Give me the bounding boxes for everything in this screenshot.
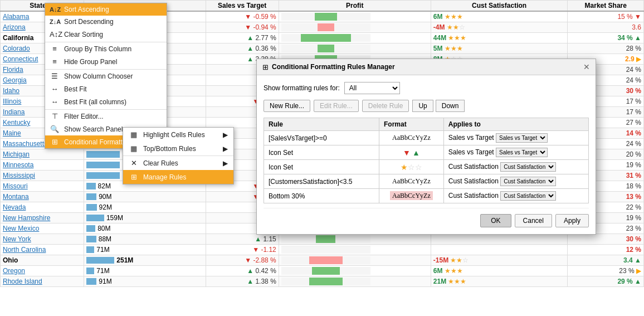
- rules-scroll-area[interactable]: Rule Format Applies to [SalesVsTarget]>=…: [264, 118, 589, 203]
- cf-dialog: ⊞ Conditional Formatting Rules Manager ✕…: [256, 59, 596, 235]
- dialog-title-bar: ⊞ Conditional Formatting Rules Manager ✕: [257, 59, 596, 75]
- hide-group-icon: ≡: [50, 57, 60, 66]
- rule-row[interactable]: Icon Set▼ ▲Sales vs Target Sales vs Targ…: [264, 145, 589, 160]
- col-profit-label: Profit: [346, 2, 363, 9]
- menu-show-chooser[interactable]: ☰ Show Column Chooser: [45, 69, 167, 82]
- rule-row[interactable]: Bottom 30%AaBbCcYyZzCust Satisfaction Cu…: [264, 189, 589, 203]
- new-rule-button[interactable]: New Rule...: [264, 100, 310, 112]
- svt-cell: ▼ -0.59 %: [206, 11, 279, 22]
- state-cell[interactable]: Missouri: [1, 181, 84, 192]
- dialog-footer: OK Cancel Apply: [264, 208, 589, 227]
- table-row: Ohio251M▼ -2.88 %-15M ★★☆3.4 ▲: [1, 255, 644, 266]
- menu-sort-asc-label: Sort Ascending: [64, 6, 109, 13]
- highlight-icon: ▦: [129, 130, 139, 139]
- rule-row[interactable]: Icon Set★☆☆Cust Satisfaction Cust Satisf…: [264, 160, 589, 174]
- svt-cell: ▲ 2.77 %: [206, 33, 279, 43]
- menu-clear-sort[interactable]: A↕Z Clear Sorting: [45, 28, 167, 41]
- applies-select[interactable]: Cust Satisfaction: [500, 177, 556, 186]
- sales-cell: 159M: [84, 213, 206, 223]
- rule-row[interactable]: [SalesVsTarget]>=0AaBbCcYyZzSales vs Tar…: [264, 131, 589, 145]
- menu-show-search-label: Show Search Panel: [64, 125, 123, 133]
- cond-format-icon: ⊞: [50, 138, 60, 146]
- submenu-clear-rules-label: Clear Rules: [143, 159, 178, 167]
- show-rules-row: Show formatting rules for: All: [264, 82, 589, 94]
- col-state-label: State: [30, 2, 46, 9]
- show-search-icon: 🔍: [50, 125, 60, 133]
- svt-cell: ▲ 1.15: [206, 234, 279, 245]
- state-cell[interactable]: New York: [1, 234, 84, 245]
- profit-cell: [279, 255, 431, 266]
- rule-format-cell: AaBbCcYyZz: [379, 131, 444, 145]
- delete-rule-button[interactable]: Delete Rule: [362, 100, 409, 112]
- col-header-mshare[interactable]: Market Share: [568, 1, 644, 12]
- edit-rule-button[interactable]: Edit Rule...: [314, 100, 359, 112]
- applies-select[interactable]: Cust Satisfaction: [500, 191, 556, 201]
- down-button[interactable]: Down: [436, 100, 465, 112]
- main-container: State ▲ Sales Sales vs Target Profit Cus…: [0, 0, 644, 316]
- mshare-cell: 15 % ▼: [568, 11, 644, 22]
- rule-name-cell: Icon Set: [264, 145, 379, 160]
- rule-format-cell: AaBbCcYyZz: [379, 174, 444, 189]
- submenu-highlight[interactable]: ▦ Highlight Cells Rules ▶: [123, 128, 233, 142]
- menu-hide-group[interactable]: ≡ Hide Group Panel: [45, 55, 167, 68]
- applies-select[interactable]: Sales vs Target: [496, 148, 548, 157]
- sales-cell: 88M: [84, 234, 206, 245]
- state-cell[interactable]: North Carolina: [1, 245, 84, 255]
- rule-applies-cell: Sales vs Target Sales vs Target: [443, 131, 588, 145]
- show-rules-select[interactable]: All: [344, 82, 400, 94]
- sort-asc-icon: A↓Z: [50, 6, 60, 13]
- menu-group-col-label: Group By This Column: [64, 45, 131, 53]
- sort-desc-icon: Z↓A: [50, 18, 60, 25]
- state-cell[interactable]: Minnesota: [1, 160, 84, 171]
- state-cell[interactable]: Montana: [1, 192, 84, 202]
- submenu-top-bottom[interactable]: ▦ Top/Bottom Rules ▶: [123, 142, 233, 155]
- table-row: New York88M▲ 1.1530 %: [1, 234, 644, 245]
- cancel-button[interactable]: Cancel: [515, 214, 552, 227]
- menu-best-fit-all[interactable]: ↔ Best Fit (all columns): [45, 95, 167, 108]
- best-fit-icon: ↔: [50, 85, 60, 93]
- menu-group-col[interactable]: ≡ Group By This Column: [45, 42, 167, 55]
- submenu-manage-rules[interactable]: ⊞ Manage Rules: [123, 170, 233, 184]
- state-cell[interactable]: Nevada: [1, 202, 84, 213]
- manage-rules-icon: ⊞: [129, 173, 139, 181]
- ok-button[interactable]: OK: [480, 214, 511, 227]
- svt-cell: ▲ 0.42 %: [206, 266, 279, 276]
- col-header-svt[interactable]: Sales vs Target: [206, 1, 279, 12]
- state-cell[interactable]: Michigan: [1, 149, 84, 160]
- profit-cell: [279, 11, 431, 22]
- state-cell[interactable]: Oregon: [1, 266, 84, 276]
- state-cell[interactable]: Mississippi: [1, 171, 84, 181]
- mshare-cell: 3.4 ▲: [568, 255, 644, 266]
- menu-sort-desc[interactable]: Z↓A Sort Descending: [45, 16, 167, 28]
- submenu-clear-rules[interactable]: ✕ Clear Rules ▶: [123, 155, 233, 170]
- applies-select[interactable]: Cust Satisfaction: [500, 162, 556, 172]
- table-row: Rhode Island91M▲ 1.38 %21M ★★★29 % ▲: [1, 276, 644, 287]
- applies-select[interactable]: Sales vs Target: [496, 133, 548, 143]
- col-header-csat[interactable]: Cust Satisfaction: [431, 1, 568, 12]
- svt-cell: ▼ -2.88 %: [206, 255, 279, 266]
- rule-name-cell: Icon Set: [264, 160, 379, 174]
- menu-sort-asc[interactable]: A↓Z Sort Ascending: [45, 3, 167, 16]
- apply-button[interactable]: Apply: [555, 214, 589, 227]
- csat-cell: [431, 245, 568, 255]
- state-cell[interactable]: New Mexico: [1, 223, 84, 234]
- menu-clear-sort-label: Clear Sorting: [64, 31, 103, 38]
- menu-cond-format-label: Conditional Formatting: [64, 138, 131, 146]
- rule-applies-cell: Sales vs Target Sales vs Target: [443, 145, 588, 160]
- profit-cell: [279, 33, 431, 43]
- state-cell[interactable]: Rhode Island: [1, 276, 84, 287]
- svt-cell: ▲ 0.36 %: [206, 43, 279, 54]
- best-fit-all-icon: ↔: [50, 98, 60, 106]
- up-button[interactable]: Up: [412, 100, 433, 112]
- col-header-profit[interactable]: Profit: [279, 1, 431, 12]
- csat-cell: 5M ★★★: [431, 43, 568, 54]
- profit-cell: [279, 43, 431, 54]
- menu-filter-editor[interactable]: ⊤ Filter Editor...: [45, 109, 167, 123]
- dialog-close-button[interactable]: ✕: [583, 62, 590, 71]
- rules-col-rule: Rule: [264, 118, 379, 131]
- state-cell[interactable]: New Hampshire: [1, 213, 84, 223]
- menu-best-fit[interactable]: ↔ Best Fit: [45, 82, 167, 95]
- state-cell[interactable]: Ohio: [1, 255, 84, 266]
- col-svt-label: Sales vs Target: [218, 2, 266, 9]
- rule-row[interactable]: [CustomersSatisfaction]<3.5AaBbCcYyZzCus…: [264, 174, 589, 189]
